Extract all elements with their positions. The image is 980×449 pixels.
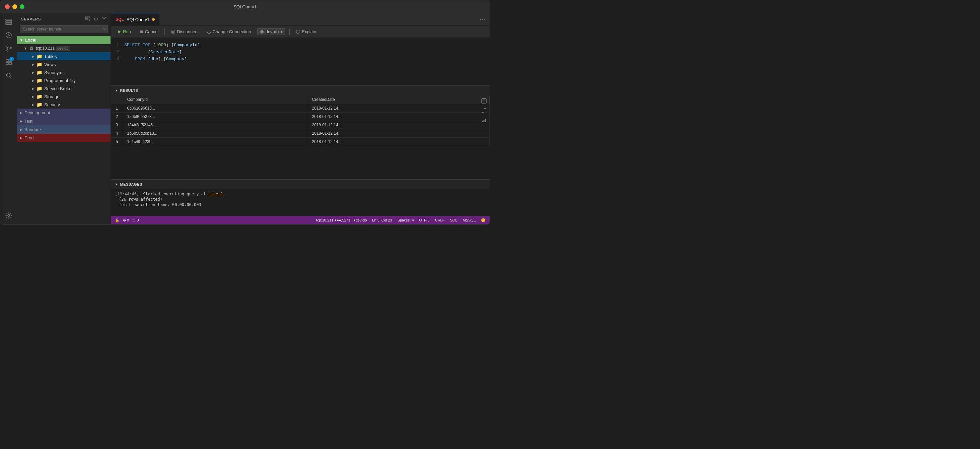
errors-count[interactable]: ⊘ 0 — [123, 218, 129, 223]
row-num-5: 5 — [111, 138, 123, 146]
row-num-2: 2 — [111, 113, 123, 121]
change-connection-button[interactable]: Change Connection — [205, 29, 253, 35]
server-icon: 🖥 — [29, 46, 34, 51]
activity-history[interactable] — [3, 29, 15, 41]
activity-git[interactable] — [3, 43, 15, 55]
add-connection-icon[interactable] — [85, 16, 91, 22]
chevron-server: ▼ — [24, 46, 27, 50]
server-entry[interactable]: ▼ 🖥 tcp:10.211 dev-db — [17, 44, 111, 52]
disconnect-label: Disconnect — [177, 29, 198, 34]
status-bar-left: 🔒 ⊘ 0 ⚠ 0 — [115, 218, 138, 223]
table-row[interactable]: 1 0b361096613... 2018-01-12 14... — [111, 104, 490, 113]
warnings-count[interactable]: ⚠ 0 — [132, 218, 138, 223]
tree-item-storage[interactable]: ▶ 📁 Storage — [17, 92, 111, 100]
tree-item-label-tables: Tables — [44, 54, 57, 59]
tree-item-label-programmability: Programmability — [44, 78, 76, 83]
svg-rect-8 — [9, 59, 11, 62]
chevron-storage: ▶ — [32, 95, 35, 99]
tree-item-tables[interactable]: ▶ 📁 Tables — [17, 52, 111, 61]
results-header[interactable]: ▼ RESULTS — [111, 86, 490, 95]
code-editor[interactable]: 1 SELECT TOP (1000) [CompanyId] 2 ,[Crea… — [111, 38, 490, 86]
export-csv-icon[interactable] — [481, 98, 487, 105]
tree-item-security[interactable]: ▶ 📁 Security — [17, 100, 111, 108]
search-input[interactable] — [20, 25, 108, 33]
svg-point-12 — [8, 215, 10, 217]
tree-item-synonyms[interactable]: ▶ 📁 Synonyms — [17, 68, 111, 76]
tab-more-icon: ⋯ — [480, 16, 486, 23]
explain-label: Explain — [302, 29, 316, 34]
disconnect-button[interactable]: Disconnect — [169, 29, 200, 35]
cursor-position[interactable]: Ln 3, Col 23 — [372, 218, 392, 222]
msg-link-1[interactable]: Line 1 — [208, 192, 223, 196]
svg-rect-0 — [6, 19, 12, 21]
tree-item-programmability[interactable]: ▶ 📁 Programmability — [17, 76, 111, 84]
connection-chevron-icon: ▾ — [281, 30, 282, 33]
group-header-test[interactable]: ▶ Test — [17, 117, 111, 125]
connection-dot — [260, 30, 264, 33]
line-number-3: 3 — [111, 56, 124, 62]
sidebar-header: SERVERS — [17, 13, 111, 25]
connection-status[interactable]: tcp:10.211.●●●,5171 : ●dev-db — [316, 218, 367, 222]
group-header-development[interactable]: ▶ Development — [17, 108, 111, 117]
chevron-development: ▶ — [20, 111, 22, 115]
table-row[interactable]: 4 1b6b58d2db13... 2018-01-12 14... — [111, 129, 490, 138]
table-row[interactable]: 2 126bff0be278... 2018-01-12 14... — [111, 113, 490, 121]
cancel-button[interactable]: Cancel — [137, 29, 161, 35]
collapse-icon[interactable] — [101, 16, 107, 22]
cell-company-id-3: 134b3af52146... — [123, 121, 308, 129]
line-ending[interactable]: CRLF — [435, 218, 445, 222]
tree-item-views[interactable]: ▶ 📁 Views — [17, 61, 111, 68]
lock-icon[interactable]: 🔒 — [115, 218, 119, 223]
change-connection-icon — [207, 29, 212, 34]
msg-text-content-1: Started executing query at — [143, 192, 208, 196]
feedback-icon[interactable]: 😊 — [481, 218, 486, 223]
tab-sqlquery1[interactable]: SQL SQLQuery1 — [111, 13, 160, 25]
group-label-development: Development — [24, 110, 50, 115]
table-row[interactable]: 3 134b3af52146... 2018-01-12 14... — [111, 121, 490, 129]
chart-icon[interactable] — [481, 117, 487, 124]
minimize-button[interactable] — [13, 4, 17, 9]
svg-rect-22 — [485, 119, 486, 122]
encoding[interactable]: UTF-8 — [419, 218, 430, 222]
change-connection-label: Change Connection — [213, 29, 251, 34]
activity-settings[interactable] — [3, 209, 15, 221]
disconnect-icon — [171, 29, 175, 34]
tree-item-service-broker[interactable]: ▶ 📁 Service Broker — [17, 84, 111, 92]
search-clear-icon[interactable]: × — [103, 27, 106, 32]
group-header-local[interactable]: ▼ Local — [17, 36, 111, 44]
cancel-icon — [139, 29, 144, 34]
svg-rect-1 — [6, 21, 12, 22]
table-row[interactable]: 5 1d1c4fbf423b... 2018-01-12 14... — [111, 138, 490, 146]
indent-info[interactable]: Spaces: 4 — [398, 218, 414, 222]
maximize-button[interactable] — [20, 4, 24, 9]
line-number-2: 2 — [111, 49, 124, 55]
run-button[interactable]: Run — [115, 29, 133, 35]
activity-servers[interactable] — [3, 16, 15, 28]
activity-search[interactable] — [3, 69, 15, 81]
group-header-sandbox[interactable]: ▶ Sandbox — [17, 125, 111, 134]
message-row-3: Total execution time: 00:00:00.003 — [115, 202, 486, 207]
cell-company-id-4: 1b6b58d2db13... — [123, 129, 308, 138]
main-window: SQLQuery1 — [0, 0, 490, 224]
tab-more-button[interactable]: ⋯ — [476, 13, 490, 25]
svg-rect-9 — [6, 62, 8, 65]
group-header-prod[interactable]: ▶ Prod — [17, 134, 111, 142]
explain-button[interactable]: Explain — [294, 29, 318, 35]
language-mode[interactable]: SQL — [450, 218, 457, 222]
chevron-prod: ▶ — [20, 136, 22, 140]
messages-panel: ▼ MESSAGES [19:44:46] Started executing … — [111, 179, 490, 216]
close-button[interactable] — [5, 4, 10, 9]
svg-point-11 — [6, 73, 10, 77]
folder-programmability-icon: 📁 — [37, 78, 42, 83]
db-type[interactable]: MSSQL — [463, 218, 476, 222]
svg-rect-10 — [9, 62, 11, 65]
activity-extensions[interactable] — [3, 56, 15, 68]
sql-file-icon: SQL — [116, 17, 124, 22]
messages-header[interactable]: ▼ MESSAGES — [111, 180, 490, 189]
folder-service-broker-icon: 📁 — [37, 86, 42, 91]
connection-selector[interactable]: dev-db ▾ — [257, 28, 286, 35]
refresh-icon[interactable] — [93, 16, 99, 22]
maximize-results-icon[interactable] — [481, 108, 487, 115]
tab-label-sqlquery1: SQLQuery1 — [127, 17, 150, 22]
results-table-container[interactable]: CompanyId CreatedDate 1 0b361096613... 2… — [111, 95, 490, 146]
